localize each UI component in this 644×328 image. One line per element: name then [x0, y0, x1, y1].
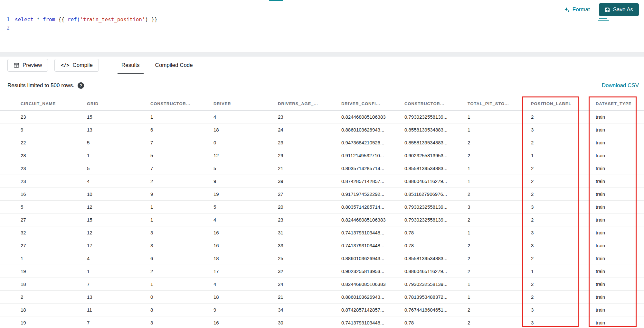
table-cell: 16	[213, 316, 278, 328]
table-cell: 0.8558139534883...	[404, 252, 467, 265]
table-row: 213018210.8860103626943...0.781395348837…	[0, 291, 644, 304]
table-cell: train	[595, 291, 644, 304]
table-cell: 7	[87, 316, 150, 328]
table-cell: 0.9171974522292...	[341, 188, 404, 201]
table-cell: train	[595, 162, 644, 175]
table-cell: 1	[467, 111, 531, 123]
preview-button[interactable]: Preview	[7, 59, 48, 72]
table-cell: train	[595, 149, 644, 162]
code-editor[interactable]: 1select * from {{ ref('train_test_positi…	[0, 15, 644, 32]
table-cell: train	[595, 175, 644, 188]
table-cell: 29	[278, 149, 341, 162]
table-cell: 4	[213, 214, 278, 226]
help-icon[interactable]: ?	[78, 82, 84, 89]
table-cell: 17	[87, 239, 150, 252]
table-row: 22570230.9473684210526...0.8558139534883…	[0, 136, 644, 149]
table-cell: 33	[278, 239, 341, 252]
column-header: GRID	[87, 97, 150, 111]
compile-button[interactable]: </> Compile	[54, 59, 99, 72]
table-cell: 0.7413793103448...	[341, 239, 404, 252]
table-cell: 6	[150, 123, 213, 136]
column-header: POSITION_LABEL	[531, 97, 595, 111]
column-header: TOTAL_PIT_STO...	[467, 97, 531, 111]
table-cell: 27	[278, 188, 341, 201]
table-row: 18714240.8244680851063830.7930232558139.…	[0, 278, 644, 291]
table-cell: 5	[213, 201, 278, 214]
code-token: ) }}	[145, 16, 158, 23]
table-cell: 3	[531, 201, 595, 214]
tab-results[interactable]: Results	[114, 57, 147, 74]
table-cell: train	[595, 226, 644, 239]
code-token: from	[43, 16, 58, 23]
table-row: 1610919270.9171974522292...0.85116279069…	[0, 188, 644, 201]
table-cell: 0.824468085106383	[341, 214, 404, 226]
save-as-button[interactable]: Save As	[599, 3, 639, 16]
table-cell: 4	[213, 111, 278, 123]
table-cell: 18	[0, 304, 87, 316]
tab-compiled-code[interactable]: Compiled Code	[147, 57, 201, 74]
table-cell: 34	[278, 304, 341, 316]
tab-compiled-code-label: Compiled Code	[155, 62, 193, 68]
column-header: DRIVER_CONFI...	[341, 97, 404, 111]
table-cell: 19	[0, 316, 87, 328]
code-lines: 1select * from {{ ref('train_test_positi…	[0, 15, 644, 32]
results-tabs: Results Compiled Code	[114, 57, 201, 74]
download-csv-link[interactable]: Download CSV	[602, 82, 639, 89]
table-cell: 2	[467, 136, 531, 149]
table-cell: train	[595, 188, 644, 201]
table-cell: 9	[150, 188, 213, 201]
table-cell: 2	[531, 136, 595, 149]
table-cell: 0.7813953488372...	[404, 291, 467, 304]
table-cell: 0.7930232558139...	[404, 201, 467, 214]
table-cell: 3	[150, 316, 213, 328]
table-cell: 1	[87, 265, 150, 278]
table-cell: 16	[213, 239, 278, 252]
code-line[interactable]: 1select * from {{ ref('train_test_positi…	[0, 15, 644, 24]
table-cell: 12	[87, 226, 150, 239]
table-cell: 2	[531, 278, 595, 291]
table-cell: 7	[150, 162, 213, 175]
table-cell: 1	[467, 175, 531, 188]
save-icon	[605, 7, 610, 13]
table-cell: 2	[467, 214, 531, 226]
table-cell: 0.9023255813953...	[404, 149, 467, 162]
table-cell: 16	[213, 226, 278, 239]
table-cell: 2	[467, 188, 531, 201]
preview-label: Preview	[23, 62, 42, 68]
table-cell: 18	[213, 123, 278, 136]
panel-splitter[interactable]	[0, 53, 644, 57]
table-cell: 20	[278, 201, 341, 214]
table-cell: 0	[150, 291, 213, 304]
table-cell: 2	[467, 149, 531, 162]
results-info-bar: Results limited to 500 rows. ? Download …	[0, 74, 644, 97]
ide-page: Format Save As 1select * from {{ ref('tr…	[0, 0, 644, 328]
table-body: 231514230.8244680851063830.7930232558139…	[0, 111, 644, 328]
table-cell: 11	[87, 304, 150, 316]
line-number: 2	[0, 24, 15, 32]
code-content: select * from {{ ref('train_test_positio…	[15, 15, 639, 24]
table-cell: 0.8742857142857...	[341, 175, 404, 188]
table-cell: 0.8860103626943...	[341, 291, 404, 304]
table-cell: 0.8860103626943...	[341, 252, 404, 265]
table-cell: 7	[87, 278, 150, 291]
table-cell: 0.9473684210526...	[341, 136, 404, 149]
save-as-label: Save As	[613, 6, 633, 13]
table-cell: 0.8035714285714...	[341, 201, 404, 214]
table-cell: 24	[278, 123, 341, 136]
table-cell: 0.9112149532710...	[341, 149, 404, 162]
table-cell: 3	[150, 239, 213, 252]
table-cell: 31	[278, 226, 341, 239]
table-cell: 0.8558139534883...	[404, 162, 467, 175]
table-cell: 8	[150, 304, 213, 316]
table-cell: 23	[0, 162, 87, 175]
table-cell: 1	[467, 226, 531, 239]
tab-results-label: Results	[121, 62, 140, 68]
table-cell: 3	[531, 226, 595, 239]
code-line[interactable]: 2	[0, 24, 644, 32]
table-cell: 10	[87, 188, 150, 201]
column-header: CONSTRUCTOR...	[150, 97, 213, 111]
sql-editor-panel: Format Save As 1select * from {{ ref('tr…	[0, 0, 644, 53]
table-cell: 9	[213, 175, 278, 188]
format-button[interactable]: Format	[562, 4, 592, 15]
sparkles-icon	[564, 7, 570, 13]
